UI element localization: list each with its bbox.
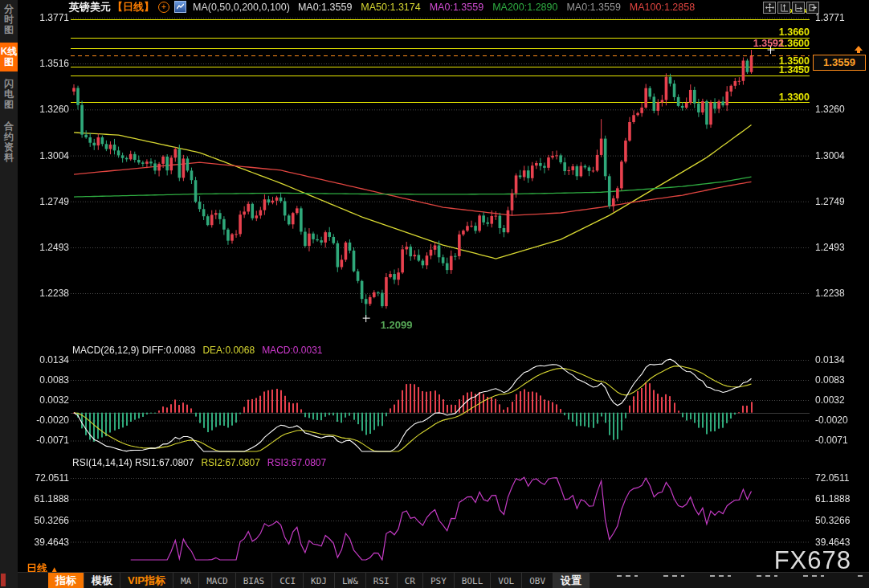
ma-legend-item: MA0:1.3559: [298, 2, 352, 13]
toolbar-item-PSY[interactable]: PSY: [423, 573, 455, 588]
resistance-price-label: 1.3660: [752, 27, 810, 38]
macd-axis-tick-left: -0.0020: [21, 414, 69, 426]
toolbar-item-设置[interactable]: 设置: [553, 573, 590, 588]
sidebar-tab-K线图[interactable]: K线图: [0, 43, 18, 71]
ma-legend: MA0:1.3559MA50:1.3174MA0:1.3559MA200:1.2…: [298, 2, 695, 13]
macd-header: MACD(26,12,9) DIFF:0.0083 DEA:0.0068 MAC…: [72, 345, 323, 356]
price-axis-tick-left: 1.3771: [21, 12, 69, 23]
left-sidebar: 分时图K线图闪电图合约资料: [0, 0, 18, 588]
date-axis: 2024/102024/112024/122025/012025/022025/…: [0, 561, 869, 572]
chart-header: 英镑美元 【日线】 + MA(0,50,0,200,0,100) MA0:1.3…: [18, 0, 869, 14]
symbol-title: 英镑美元: [69, 0, 111, 14]
sidebar-tab-合约资料[interactable]: 合约资料: [0, 117, 18, 167]
ma-legend-item: MA0:1.3559: [566, 2, 620, 13]
rsi-axis-tick-left: 72.0511: [21, 472, 69, 484]
watermark: FX678: [774, 546, 851, 575]
session-high-label: 1.3592: [728, 38, 784, 49]
current-price-box: 1.3559: [813, 55, 866, 71]
macd-axis-tick-left: -0.0071: [21, 435, 69, 446]
rsi-axis-tick-right: 50.3266: [815, 515, 850, 526]
session-low-label: 1.2099: [381, 319, 413, 331]
trading-app-window: 分时图K线图闪电图合约资料 英镑美元 【日线】 + MA(0,50,0,200,…: [0, 0, 869, 588]
price-axis-tick-left: 1.3260: [21, 104, 69, 115]
dash-marks: [757, 575, 777, 577]
toolbar-item-模板[interactable]: 模板: [84, 573, 120, 588]
dash-marks: [803, 575, 824, 577]
price-axis-tick-right: 1.2749: [815, 196, 845, 207]
price-axis-tick-left: 1.2238: [21, 288, 69, 299]
toolbar-item-VIP指标[interactable]: VIP指标: [120, 573, 173, 588]
toolbar-item-指标[interactable]: 指标: [48, 573, 84, 588]
price-axis-tick-left: 1.3516: [21, 58, 69, 69]
rsi2-label: RSI2:67.0807: [201, 457, 259, 468]
plus-circle-icon[interactable]: +: [158, 2, 169, 13]
dash-marks: [858, 575, 864, 577]
line-chart-icon[interactable]: [174, 1, 186, 13]
chart-canvas[interactable]: [0, 0, 869, 588]
toolbar-item-MACD[interactable]: MACD: [199, 573, 236, 588]
exit-fullscreen-icon[interactable]: [806, 2, 819, 14]
indicator-toolbar: 指标模板VIP指标MAMACDBIASCCIKDJLW&RSICRPSYBOLL…: [18, 572, 869, 588]
price-axis-tick-left: 1.3004: [21, 150, 69, 161]
zoom-vertical-icon[interactable]: [777, 2, 790, 14]
price-axis-tick-left: 1.2493: [21, 242, 69, 253]
price-axis-tick-left: 1.2749: [21, 196, 69, 207]
rsi-axis-tick-left: 50.3266: [21, 515, 69, 526]
price-axis-tick-right: 1.2493: [815, 242, 845, 253]
sidebar-tab-闪电图[interactable]: 闪电图: [0, 75, 18, 114]
macd-dea-label: DEA:0.0068: [202, 345, 255, 356]
toolbar-item-BOLL[interactable]: BOLL: [455, 573, 492, 588]
toolbar-item-MA[interactable]: MA: [173, 573, 199, 588]
ma-legend-item: MA200:1.2890: [492, 2, 557, 13]
ma-legend-item: MA100:1.2858: [630, 2, 695, 13]
toolbar-item-LW&[interactable]: LW&: [335, 573, 366, 588]
zoom-horizontal-icon[interactable]: [792, 2, 805, 14]
macd-axis-tick-left: 0.0032: [21, 394, 69, 406]
macd-axis-tick-left: 0.0083: [21, 374, 69, 386]
macd-axis-tick-right: 0.0134: [815, 354, 845, 365]
up-arrow-icon: [854, 46, 863, 54]
dash-marks: [663, 575, 684, 577]
macd-value-label: MACD:0.0031: [262, 345, 322, 356]
sidebar-tab-list: 分时图K线图闪电图合约资料: [0, 0, 18, 167]
toolbar-item-OBV[interactable]: OBV: [522, 573, 553, 588]
ma-legend-item: MA50:1.3174: [361, 2, 420, 13]
period-tag[interactable]: 【日线】: [112, 0, 154, 14]
toolbar-item-KDJ[interactable]: KDJ: [304, 573, 335, 588]
price-axis-tick-right: 1.3004: [815, 150, 845, 161]
ma-legend-item: MA0:1.3559: [430, 2, 483, 13]
rsi-header: RSI(14,14,14) RSI1:67.0807 RSI2:67.0807 …: [72, 457, 326, 468]
window-controls: [763, 2, 819, 14]
price-axis-tick-right: 1.3260: [815, 104, 845, 115]
price-axis-tick-right: 1.2238: [815, 288, 845, 299]
resistance-price-label: 1.3300: [752, 92, 810, 103]
rsi-axis-tick-left: 61.1888: [21, 493, 69, 504]
price-axis-tick-right: 1.3771: [815, 12, 845, 23]
rsi-axis-tick-right: 61.1888: [815, 493, 850, 504]
macd-axis-tick-right: 0.0032: [815, 394, 845, 406]
sidebar-bottom-marker: [1, 574, 6, 586]
rsi1-label: RSI(14,14,14) RSI1:67.0807: [72, 457, 194, 468]
sidebar-tab-分时图[interactable]: 分时图: [0, 0, 18, 39]
pan-icon[interactable]: [763, 2, 776, 14]
toolbar-item-CR[interactable]: CR: [398, 573, 423, 588]
toolbar-item-RSI[interactable]: RSI: [366, 573, 398, 588]
ma-settings-label: MA(0,50,0,200,0,100): [193, 2, 290, 13]
dash-marks: [710, 575, 731, 577]
dash-marks: [617, 575, 638, 577]
macd-axis-tick-right: -0.0020: [815, 414, 848, 426]
toolbar-item-CCI[interactable]: CCI: [272, 573, 304, 588]
rsi-axis-tick-right: 72.0511: [815, 472, 850, 484]
rsi-axis-tick-left: 39.4643: [21, 537, 69, 548]
macd-axis-tick-right: 0.0083: [815, 374, 845, 386]
macd-params-label: MACD(26,12,9) DIFF:0.0083: [72, 345, 195, 356]
rsi3-label: RSI3:67.0807: [267, 457, 326, 468]
toolbar-item-BIAS[interactable]: BIAS: [236, 573, 273, 588]
resistance-price-label: 1.3450: [752, 64, 810, 76]
toolbar-item-VOL[interactable]: VOL: [491, 573, 522, 588]
macd-axis-tick-left: 0.0134: [21, 354, 69, 365]
macd-axis-tick-right: -0.0071: [815, 435, 848, 446]
